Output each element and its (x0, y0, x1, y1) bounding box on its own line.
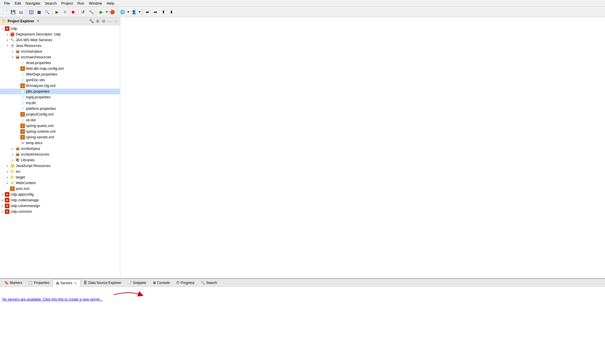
tab-markers[interactable]: 🔖Markers (1, 279, 25, 287)
panel-close-icon[interactable]: ✕ (37, 19, 39, 23)
tree-item[interactable]: ▸🟡JavaScript Resources (0, 163, 120, 169)
tree-item[interactable]: ▸📚Libraries (0, 157, 120, 163)
tree-item[interactable]: ▸📦src/test/java (0, 146, 120, 152)
tab-search[interactable]: 🔍Search (198, 279, 220, 287)
tree-expand-arrow[interactable]: ▸ (5, 181, 10, 185)
tree-item[interactable]: 📄filterDept.properties (0, 71, 120, 77)
tab-data-source-explorer[interactable]: 🗄Data Source Explorer (80, 279, 124, 287)
toolbar-up-btn[interactable]: ⬆ (160, 8, 167, 16)
minimize-btn[interactable]: — (107, 19, 112, 24)
tab-close-btn[interactable]: ✕ (73, 281, 77, 285)
menu-navigate[interactable]: Navigate (23, 1, 42, 6)
tree-item[interactable]: 📄log4j.properties (0, 94, 120, 100)
tree-item[interactable]: Xspring-servlet.xml (0, 134, 120, 140)
tree-container[interactable]: ▾Mcidp▸🔴Deployment Descriptor: cidp▸🔧JAX… (0, 25, 120, 278)
tree-expand-arrow[interactable]: ▸ (5, 175, 10, 180)
tree-item[interactable]: ▸Mcidp.codemanage (0, 197, 120, 203)
toolbar-pause-btn[interactable]: ⏸ (61, 8, 69, 16)
tab-servers[interactable]: 🖧Servers✕ (53, 279, 80, 287)
toolbar-back-btn[interactable]: ⬅ (144, 8, 151, 16)
tree-item[interactable]: ▸Mcidp.columnassign (0, 203, 120, 209)
tree-expand-arrow[interactable]: ▸ (5, 164, 10, 168)
tree-item[interactable]: ▾📦src/main/resources (0, 54, 120, 60)
maximize-btn[interactable]: □ (113, 19, 118, 24)
tree-item[interactable]: XprojectConfig.xml (0, 112, 120, 117)
tree-expand-arrow[interactable]: ▸ (10, 146, 15, 151)
toolbar-run-btn[interactable]: ▶ (53, 8, 61, 16)
tree-expand-arrow[interactable]: ▾ (0, 26, 5, 31)
toolbar-globe-dropdown[interactable]: ▼ (127, 10, 130, 13)
menu-window[interactable]: Window (86, 1, 104, 6)
tree-item[interactable]: ▸Mcidp.appconfig (0, 192, 120, 197)
tree-item[interactable]: 📄druid.properties (0, 60, 120, 66)
tree-item[interactable]: ▸📦src/test/resources (0, 152, 120, 157)
tab-progress[interactable]: ⏱Progress (173, 279, 198, 287)
toolbar-person-btn[interactable]: 👤 (130, 8, 138, 16)
tree-node-label: pom.xml (16, 187, 29, 191)
tree-item[interactable]: Wtemp.docx (0, 140, 120, 146)
toolbar-stop-btn[interactable]: ⏹ (69, 8, 77, 16)
link-editor-btn[interactable] (95, 19, 100, 24)
tree-item[interactable]: ▸🔧JAX-WS Web Services (0, 37, 120, 43)
tree-expand-arrow[interactable]: ▾ (5, 43, 10, 48)
toolbar-new-btn[interactable]: 📄 (1, 8, 9, 16)
toolbar-save-btn[interactable]: 💾 (9, 8, 17, 16)
toolbar-down-btn[interactable]: ⬇ (168, 8, 175, 16)
toolbar-search-btn[interactable]: 🔍 (43, 8, 51, 16)
tree-item[interactable]: ▸📁target (0, 174, 120, 180)
menu-file[interactable]: File (2, 1, 12, 6)
tree-expand-arrow[interactable]: ▸ (0, 209, 5, 214)
tree-item[interactable]: 📄platform.properties (0, 106, 120, 112)
tab-snippets[interactable]: 📝Snippets (124, 279, 149, 287)
toolbar-debug-btn[interactable]: 🔢 (27, 8, 35, 16)
tree-item[interactable]: 📄genDoc.vbs (0, 77, 120, 83)
tree-expand-arrow[interactable]: ▾ (10, 55, 15, 59)
toolbar-person-dropdown[interactable]: ▼ (138, 10, 141, 13)
menu-help[interactable]: Help (104, 1, 117, 6)
tree-expand-arrow[interactable]: ▸ (0, 204, 5, 208)
toolbar-refresh-btn[interactable]: ↺ (79, 8, 87, 16)
toolbar-build-btn[interactable]: 🔨 (87, 8, 95, 16)
tree-item[interactable]: ▸📦src/main/java (0, 49, 120, 54)
tree-item[interactable]: 📄jdbc.properties (0, 89, 120, 94)
toolbar-run-dropdown[interactable]: ▼ (105, 10, 108, 13)
toolbar-outline-btn[interactable]: ▦ (35, 8, 43, 16)
tree-item[interactable]: Xspring-runtime.xml (0, 129, 120, 134)
tree-item[interactable]: ▸📁WebContent (0, 180, 120, 186)
toolbar-save-all-btn[interactable]: 🗂 (17, 8, 25, 16)
tab-properties[interactable]: 📋Properties (25, 279, 53, 287)
tree-item[interactable]: 📄sk.dat (0, 117, 120, 123)
toolbar-globe-btn[interactable]: 🌐 (119, 8, 126, 16)
tree-item[interactable]: ▸Mcidp.common (0, 209, 120, 214)
tree-item[interactable]: Xspring-quartz.xml (0, 123, 120, 129)
collapse-all-btn[interactable] (89, 19, 94, 24)
view-menu-btn[interactable] (101, 19, 106, 24)
tab-console[interactable]: 🖥Console (149, 279, 173, 287)
tree-item[interactable]: 📄my.dic (0, 100, 120, 106)
tree-item[interactable]: ▸🔴Deployment Descriptor: cidp (0, 31, 120, 37)
tree-expand-arrow[interactable]: ▸ (10, 152, 15, 157)
create-server-link[interactable]: No servers are available. Click this lin… (2, 297, 103, 301)
menu-edit[interactable]: Edit (12, 1, 23, 6)
tree-expand-arrow[interactable]: ▸ (10, 158, 15, 162)
tree-item[interactable]: Xfield.attr.map.config.xml (0, 66, 120, 71)
tree-expand-arrow[interactable]: ▸ (5, 169, 10, 174)
tree-expand-arrow[interactable]: ▸ (5, 38, 10, 42)
toolbar-forward-btn[interactable]: ➡ (152, 8, 159, 16)
tree-item[interactable]: Xpom.xml (0, 186, 120, 192)
tree-item[interactable]: XIKAnalyzer.cfg.xml (0, 83, 120, 89)
tree-expand-arrow[interactable]: ▸ (5, 32, 10, 37)
toolbar-red-dot[interactable]: 🔴 (109, 8, 116, 16)
menu-search[interactable]: Search (43, 1, 59, 6)
tree-expand-arrow[interactable]: ▸ (10, 49, 15, 54)
tree-leaf-spacer (15, 112, 20, 117)
tree-expand-arrow[interactable]: ▸ (0, 192, 5, 197)
tree-item[interactable]: ▾☕Java Resources (0, 43, 120, 49)
editor-content (120, 17, 605, 278)
menu-run[interactable]: Run (75, 1, 86, 6)
tree-expand-arrow[interactable]: ▸ (0, 198, 5, 202)
tree-item[interactable]: ▸📁src (0, 169, 120, 174)
toolbar-nav-green[interactable]: ▶ (97, 8, 105, 16)
menu-project[interactable]: Project (59, 1, 75, 6)
tree-item[interactable]: ▾Mcidp (0, 26, 120, 31)
